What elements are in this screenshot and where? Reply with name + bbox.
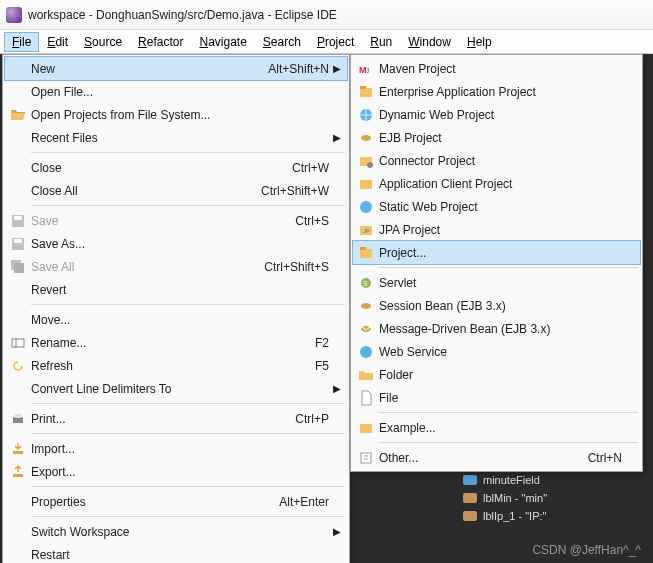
menu-item-import[interactable]: Import... (5, 437, 347, 460)
servlet-icon: S (358, 275, 374, 291)
menu-item-project[interactable]: Project... (353, 241, 640, 264)
menu-item-restart[interactable]: Restart (5, 543, 347, 563)
separator (379, 412, 638, 413)
bean-icon (358, 130, 374, 146)
save-icon (10, 213, 26, 229)
menu-item-switch-workspace[interactable]: Switch Workspace ▶ (5, 520, 347, 543)
app-client-icon (358, 176, 374, 192)
menu-item-jpa-project[interactable]: JP JPA Project (353, 218, 640, 241)
eclipse-icon (6, 7, 22, 23)
chevron-right-icon: ▶ (333, 63, 341, 74)
svg-point-28 (361, 303, 371, 309)
menu-item-export[interactable]: Export... (5, 460, 347, 483)
textfield-icon (463, 475, 477, 485)
menu-item-rename[interactable]: Rename... F2 (5, 331, 347, 354)
project-icon (358, 245, 374, 261)
menu-item-dynamic-web-project[interactable]: Dynamic Web Project (353, 103, 640, 126)
menu-item-message-bean[interactable]: Message-Driven Bean (EJB 3.x) (353, 317, 640, 340)
import-icon (10, 441, 26, 457)
svg-point-19 (367, 162, 373, 168)
menu-refactor[interactable]: Refactor (130, 32, 191, 52)
menu-search[interactable]: Search (255, 32, 309, 52)
menu-item-ejb-project[interactable]: EJB Project (353, 126, 640, 149)
svg-point-17 (361, 135, 371, 141)
chevron-right-icon: ▶ (333, 132, 341, 143)
menubar: File Edit Source Refactor Navigate Searc… (0, 30, 653, 54)
label-icon (463, 493, 477, 503)
svg-text:J: J (366, 67, 370, 74)
svg-rect-11 (13, 474, 23, 477)
chevron-right-icon: ▶ (333, 526, 341, 537)
svg-rect-32 (361, 453, 371, 463)
outline-node[interactable]: minuteField (445, 471, 645, 489)
svg-point-21 (360, 201, 372, 213)
folder-open-icon (10, 107, 26, 123)
menu-item-file[interactable]: File (353, 386, 640, 409)
menu-item-new[interactable]: New Alt+Shift+N ▶ (5, 57, 347, 80)
window-titlebar: workspace - DonghuanSwing/src/Demo.java … (0, 0, 653, 30)
menu-item-save-all: Save All Ctrl+Shift+S (5, 255, 347, 278)
separator (31, 205, 345, 206)
menu-item-close[interactable]: Close Ctrl+W (5, 156, 347, 179)
menu-project[interactable]: Project (309, 32, 362, 52)
static-web-icon (358, 199, 374, 215)
outline-node[interactable]: lblMin - "min" (445, 489, 645, 507)
svg-rect-15 (360, 86, 366, 89)
svg-rect-1 (14, 216, 22, 220)
menu-source[interactable]: Source (76, 32, 130, 52)
menu-item-print[interactable]: Print... Ctrl+P (5, 407, 347, 430)
outline-node[interactable]: lblIp_1 - "IP:" (445, 507, 645, 525)
menu-help[interactable]: Help (459, 32, 500, 52)
menu-file[interactable]: File (4, 32, 39, 52)
separator (379, 442, 638, 443)
enterprise-icon (358, 84, 374, 100)
svg-rect-20 (360, 180, 372, 189)
chevron-right-icon: ▶ (333, 383, 341, 394)
separator (31, 486, 345, 487)
menu-navigate[interactable]: Navigate (191, 32, 254, 52)
menu-item-other[interactable]: Other... Ctrl+N (353, 446, 640, 469)
label-icon (463, 511, 477, 521)
menu-item-folder[interactable]: Folder (353, 363, 640, 386)
session-bean-icon (358, 298, 374, 314)
menu-item-app-client-project[interactable]: Application Client Project (353, 172, 640, 195)
separator (31, 152, 345, 153)
file-icon (358, 390, 374, 406)
svg-rect-25 (360, 247, 366, 250)
separator (31, 403, 345, 404)
menu-item-session-bean[interactable]: Session Bean (EJB 3.x) (353, 294, 640, 317)
svg-rect-6 (12, 339, 24, 347)
svg-rect-9 (15, 414, 21, 418)
menu-window[interactable]: Window (400, 32, 459, 52)
svg-point-30 (360, 346, 372, 358)
print-icon (10, 411, 26, 427)
menu-edit[interactable]: Edit (39, 32, 76, 52)
maven-icon: MJ (358, 61, 374, 77)
menu-item-enterprise-project[interactable]: Enterprise Application Project (353, 80, 640, 103)
menu-item-connector-project[interactable]: Connector Project (353, 149, 640, 172)
wizard-icon (358, 450, 374, 466)
menu-item-close-all[interactable]: Close All Ctrl+Shift+W (5, 179, 347, 202)
menu-item-refresh[interactable]: Refresh F5 (5, 354, 347, 377)
menu-item-web-service[interactable]: Web Service (353, 340, 640, 363)
menu-item-open-file[interactable]: Open File... (5, 80, 347, 103)
svg-text:S: S (363, 280, 368, 287)
globe-icon (358, 107, 374, 123)
menu-item-open-projects[interactable]: Open Projects from File System... (5, 103, 347, 126)
menu-item-move[interactable]: Move... (5, 308, 347, 331)
menu-item-maven-project[interactable]: MJ Maven Project (353, 57, 640, 80)
menu-item-example[interactable]: Example... (353, 416, 640, 439)
menu-item-recent-files[interactable]: Recent Files ▶ (5, 126, 347, 149)
file-menu: New Alt+Shift+N ▶ Open File... Open Proj… (2, 54, 350, 563)
menu-item-convert-delimiters[interactable]: Convert Line Delimiters To ▶ (5, 377, 347, 400)
menu-item-static-web-project[interactable]: Static Web Project (353, 195, 640, 218)
save-all-icon (10, 259, 26, 275)
message-bean-icon (358, 321, 374, 337)
menu-item-save-as[interactable]: Save As... (5, 232, 347, 255)
menu-item-servlet[interactable]: S Servlet (353, 271, 640, 294)
menu-item-revert[interactable]: Revert (5, 278, 347, 301)
svg-rect-14 (360, 88, 372, 97)
svg-rect-5 (14, 263, 24, 273)
menu-run[interactable]: Run (362, 32, 400, 52)
menu-item-properties[interactable]: Properties Alt+Enter (5, 490, 347, 513)
